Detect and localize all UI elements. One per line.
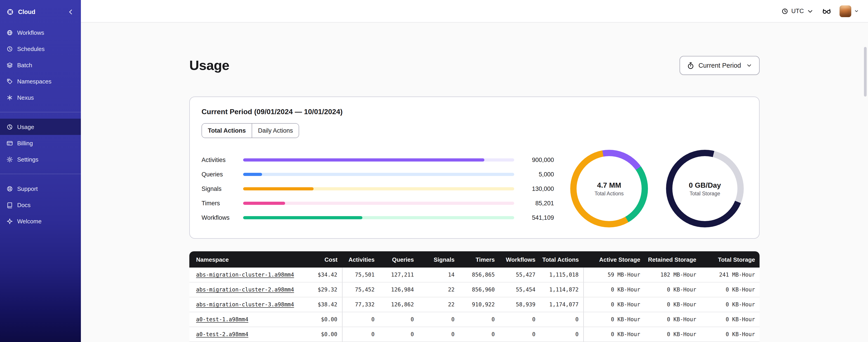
sidebar-item-namespaces[interactable]: Namespaces (0, 73, 81, 89)
cell-total-storage: 241 MB-Hour (701, 268, 760, 282)
cell-activities: 75,501 (342, 268, 379, 282)
sidebar-item-billing[interactable]: Billing (0, 135, 81, 151)
actions-tab-group: Total Actions Daily Actions (202, 123, 299, 138)
bar-value: 900,000 (514, 156, 554, 163)
bar-label: Queries (202, 171, 243, 177)
bar-row-signals: Signals130,000 (202, 181, 554, 196)
namespace-link[interactable]: a0-test-2.a98mm4 (196, 331, 248, 338)
namespace-link[interactable]: a0-test-1.a98mm4 (196, 316, 248, 322)
cell-signals: 22 (418, 297, 459, 312)
sidebar-divider (0, 174, 81, 174)
bar-fill (243, 173, 262, 176)
brand: Cloud (0, 3, 81, 21)
cell-activities: 75,452 (342, 282, 379, 297)
cell-namespace: a0-test-1.a98mm4 (189, 312, 284, 327)
bar-track (243, 201, 514, 205)
column-signals: Signals (418, 251, 459, 268)
cell-namespace: abs-migration-cluster-2.a98mm4 (189, 282, 284, 297)
clock-icon (781, 7, 789, 15)
sidebar-item-label: Docs (17, 201, 31, 208)
cell-activities: 0 (342, 327, 379, 342)
cell-workflows: 0 (499, 327, 540, 342)
app-root: Cloud WorkflowsSchedulesBatchNamespacesN… (0, 0, 868, 342)
tab-daily-actions[interactable]: Daily Actions (252, 124, 299, 138)
cell-total-actions: 1,114,872 (540, 282, 583, 297)
sidebar-nav-support: SupportDocsWelcome (0, 180, 81, 229)
page-title: Usage (189, 58, 229, 73)
column-total-storage: Total Storage (701, 251, 760, 268)
cell-timers: 856,960 (459, 282, 499, 297)
timezone-label: UTC (792, 8, 804, 14)
namespace-link[interactable]: abs-migration-cluster-1.a98mm4 (196, 272, 294, 278)
sidebar-item-nexus[interactable]: Nexus (0, 89, 81, 106)
bar-value: 130,000 (514, 185, 554, 192)
chevron-down-icon (807, 7, 814, 15)
usage-charts: Activities900,000Queries5,000Signals130,… (202, 150, 747, 228)
chevron-down-icon (746, 62, 752, 69)
tab-total-actions[interactable]: Total Actions (202, 124, 252, 138)
sidebar-item-label: Welcome (17, 218, 41, 225)
donut-charts: 4.7 MM Total Actions 0 GB/Day Total Stor… (570, 150, 744, 228)
gear-icon (6, 156, 13, 163)
column-namespace: Namespace (189, 251, 284, 268)
column-workflows: Workflows (499, 251, 540, 268)
sidebar-item-label: Batch (17, 62, 32, 68)
table-row: abs-migration-cluster-1.a98mm4$34.4275,5… (189, 268, 760, 282)
sidebar-item-label: Namespaces (17, 78, 52, 84)
period-selector-button[interactable]: Current Period (679, 56, 760, 75)
namespace-link[interactable]: abs-migration-cluster-3.a98mm4 (196, 301, 294, 308)
bar-label: Workflows (202, 214, 243, 221)
cell-total-actions: 1,115,018 (540, 268, 583, 282)
tag-icon (6, 78, 13, 84)
bar-track (243, 216, 514, 219)
table-row: a0-test-2.a98mm4$0.000000000 KB-Hour0 KB… (189, 327, 760, 342)
cell-total-actions: 1,174,077 (540, 297, 583, 312)
total-storage-label: Total Storage (689, 191, 720, 196)
sparkle-icon (6, 218, 13, 225)
column-queries: Queries (379, 251, 418, 268)
namespace-link[interactable]: abs-migration-cluster-2.a98mm4 (196, 286, 294, 293)
usage-card: Current Period (09/01/2024 — 10/01/2024)… (189, 97, 760, 239)
cell-total-storage: 0 KB-Hour (701, 297, 760, 312)
sidebar-item-support[interactable]: Support (0, 180, 81, 197)
cell-cost: $0.00 (284, 312, 342, 327)
sidebar-item-usage[interactable]: Usage (0, 119, 81, 135)
sidebar-item-welcome[interactable]: Welcome (0, 213, 81, 229)
cell-total-storage: 0 KB-Hour (701, 327, 760, 342)
column-activities: Activities (342, 251, 379, 268)
cell-total-actions: 0 (540, 327, 583, 342)
sidebar-item-settings[interactable]: Settings (0, 151, 81, 167)
bar-label: Signals (202, 185, 243, 192)
sidebar-item-label: Usage (17, 124, 34, 130)
glasses-icon[interactable] (822, 6, 831, 16)
cell-signals: 0 (418, 327, 459, 342)
timezone-selector[interactable]: UTC (781, 7, 814, 15)
bar-row-timers: Timers85,201 (202, 196, 554, 210)
cell-workflows: 0 (499, 312, 540, 327)
sidebar-item-docs[interactable]: Docs (0, 197, 81, 213)
column-timers: Timers (459, 251, 499, 268)
chevron-down-icon (854, 8, 859, 13)
scrollbar-thumb[interactable] (864, 47, 867, 97)
cell-queries: 126,862 (379, 297, 418, 312)
bar-fill (243, 216, 362, 219)
donut-icon (6, 124, 13, 130)
sidebar-nav-main: WorkflowsSchedulesBatchNamespacesNexus (0, 24, 81, 106)
user-menu[interactable] (840, 5, 859, 17)
cell-active-storage: 0 KB-Hour (583, 282, 645, 297)
total-actions-label: Total Actions (594, 191, 624, 196)
sidebar-item-schedules[interactable]: Schedules (0, 41, 81, 57)
avatar (840, 5, 851, 17)
namespace-usage-table: NamespaceCostActivitiesQueriesSignalsTim… (189, 251, 760, 342)
table-header-row: NamespaceCostActivitiesQueriesSignalsTim… (189, 251, 760, 268)
cell-workflows: 55,427 (499, 268, 540, 282)
sidebar-item-batch[interactable]: Batch (0, 57, 81, 73)
bar-row-queries: Queries5,000 (202, 167, 554, 181)
lifebuoy-icon (6, 185, 13, 192)
credit-card-icon (6, 140, 13, 146)
cell-timers: 0 (459, 327, 499, 342)
sidebar-item-workflows[interactable]: Workflows (0, 24, 81, 41)
sidebar-collapse-button[interactable] (67, 8, 74, 15)
bar-row-workflows: Workflows541,109 (202, 210, 554, 225)
cell-namespace: a0-test-2.a98mm4 (189, 327, 284, 342)
